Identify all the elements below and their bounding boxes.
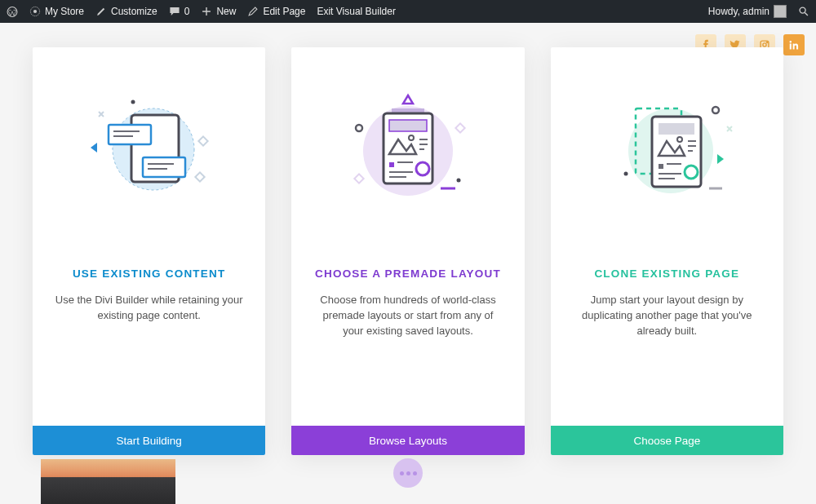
- svg-rect-35: [455, 123, 464, 132]
- plus-icon: [201, 6, 212, 17]
- svg-rect-17: [198, 136, 207, 145]
- svg-point-16: [131, 100, 135, 104]
- choose-page-button[interactable]: Choose Page: [551, 426, 783, 455]
- illustration-existing: [33, 47, 265, 219]
- svg-rect-36: [354, 174, 363, 183]
- avatar: [774, 5, 787, 18]
- account-link[interactable]: Howdy, admin: [708, 5, 787, 18]
- illustration-premade: [291, 47, 524, 219]
- search-toggle[interactable]: [798, 6, 809, 17]
- dot-icon: [406, 471, 410, 475]
- svg-point-3: [800, 7, 805, 13]
- svg-rect-40: [659, 123, 694, 135]
- customize-label: Customize: [111, 6, 157, 17]
- more-options-fab[interactable]: [393, 458, 423, 488]
- site-name-link[interactable]: My Store: [29, 6, 84, 17]
- site-name-label: My Store: [45, 6, 84, 17]
- brush-icon: [95, 6, 107, 17]
- greeting-label: Howdy, admin: [708, 6, 769, 17]
- edit-page-link[interactable]: Edit Page: [247, 6, 305, 17]
- dot-icon: [413, 471, 417, 475]
- svg-rect-45: [659, 164, 663, 169]
- new-link[interactable]: New: [201, 6, 236, 17]
- comments-link[interactable]: 0: [169, 6, 190, 17]
- wp-logo[interactable]: [7, 6, 18, 17]
- svg-point-52: [624, 172, 628, 176]
- svg-rect-10: [109, 125, 151, 144]
- card-premade-layout: CHOOSE A PREMADE LAYOUT Choose from hund…: [291, 47, 524, 455]
- card-use-existing: USE EXISTING CONTENT Use the Divi Builde…: [33, 47, 265, 455]
- svg-point-2: [33, 10, 37, 13]
- builder-choice-cards: USE EXISTING CONTENT Use the Divi Builde…: [33, 47, 783, 455]
- card-title: USE EXISTING CONTENT: [33, 267, 265, 280]
- linkedin-icon[interactable]: [783, 34, 805, 55]
- edit-page-label: Edit Page: [263, 6, 305, 17]
- svg-point-32: [356, 125, 362, 131]
- customize-link[interactable]: Customize: [95, 6, 157, 17]
- new-label: New: [216, 6, 236, 17]
- dot-icon: [400, 471, 404, 475]
- svg-rect-18: [195, 172, 204, 181]
- card-description: Use the Divi Builder while retaining you…: [33, 293, 265, 324]
- browse-layouts-button[interactable]: Browse Layouts: [291, 426, 524, 455]
- illustration-clone: [551, 47, 783, 219]
- card-description: Choose from hundreds of world-class prem…: [291, 293, 524, 339]
- card-title: CLONE EXISTING PAGE: [551, 267, 783, 280]
- card-description: Jump start your layout design by duplica…: [551, 293, 783, 339]
- card-title: CHOOSE A PREMADE LAYOUT: [291, 267, 524, 280]
- exit-vb-label: Exit Visual Builder: [317, 6, 396, 17]
- wordpress-icon: [7, 6, 18, 17]
- svg-rect-27: [389, 162, 394, 167]
- svg-point-5: [763, 43, 766, 46]
- background-image-remnant: [41, 459, 175, 504]
- svg-point-50: [712, 107, 719, 113]
- pencil-icon: [247, 6, 259, 17]
- home-icon: [29, 6, 41, 17]
- svg-point-6: [766, 42, 767, 42]
- exit-visual-builder-link[interactable]: Exit Visual Builder: [317, 6, 396, 17]
- wp-admin-bar: My Store Customize 0 New Edit Page: [0, 0, 816, 23]
- card-clone-page: CLONE EXISTING PAGE Jump start your layo…: [551, 47, 783, 455]
- comments-count: 0: [184, 6, 190, 17]
- search-icon: [798, 6, 809, 17]
- svg-rect-13: [143, 157, 185, 177]
- start-building-button[interactable]: Start Building: [33, 426, 265, 455]
- svg-rect-22: [389, 120, 427, 131]
- comment-icon: [169, 6, 180, 17]
- svg-point-33: [456, 179, 460, 183]
